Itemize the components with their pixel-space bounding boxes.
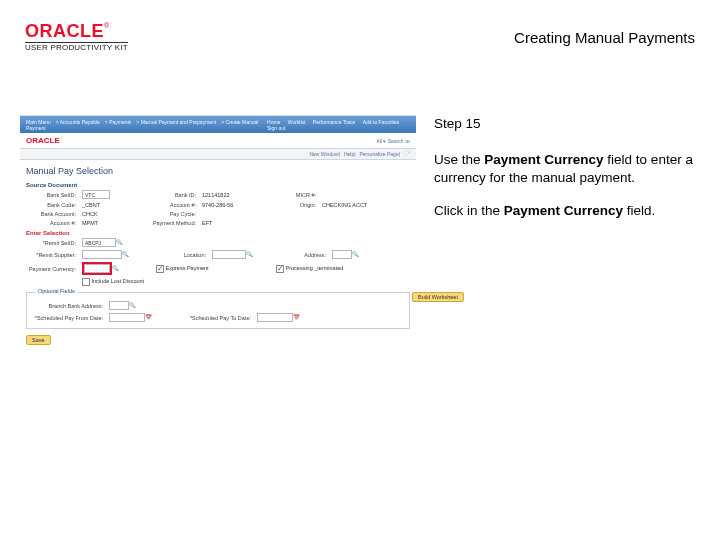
- chk-include-lost[interactable]: [82, 278, 90, 286]
- app-subheader: ORACLE All ▾ Search ≫: [20, 133, 416, 149]
- build-worksheet-button[interactable]: Build Worksheet: [412, 292, 464, 302]
- inp-branch[interactable]: [109, 301, 129, 310]
- chk-express[interactable]: [156, 265, 164, 273]
- val-account-num: 9740-286-56: [202, 202, 262, 208]
- bottom-actions: Save: [26, 335, 410, 345]
- val-account-desc: MPMT: [82, 220, 142, 226]
- inp-payment-currency[interactable]: [84, 264, 110, 273]
- page-icon[interactable]: 📄: [404, 151, 410, 157]
- val-bank-id: 121141822: [202, 192, 262, 198]
- lbl-mcr: MICR #:: [266, 192, 318, 198]
- lbl-location: Location:: [156, 252, 208, 258]
- crumb: Main Menu: [26, 119, 51, 125]
- inp-sched-to[interactable]: [257, 313, 293, 322]
- global-links: Home Worklist Performance Trace Add to F…: [261, 119, 410, 131]
- lbl-sched-from: *Scheduled Pay From Date:: [33, 315, 105, 321]
- optional-panel: Optional Fields Branch Bank Address: 🔍 *…: [26, 292, 410, 329]
- optional-fields: Branch Bank Address: 🔍 *Scheduled Pay Fr…: [33, 301, 403, 322]
- inp-bank-setid[interactable]: VTC: [82, 190, 110, 199]
- link-worklist[interactable]: Worklist: [288, 119, 306, 125]
- lbl-remit-setid: *Remit SetID:: [26, 240, 78, 246]
- link-signout[interactable]: Sign out: [267, 125, 285, 131]
- link-new-window[interactable]: New Window: [309, 151, 338, 157]
- lbl-include-lost: Include Lost Discount: [92, 278, 145, 284]
- page-title: Manual Pay Selection: [26, 166, 410, 176]
- search-area[interactable]: All ▾ Search ≫: [376, 138, 410, 144]
- section-enter: Enter Selection: [26, 230, 410, 236]
- oracle-logo-small: ORACLE: [26, 136, 60, 145]
- lbl-origin: Origin:: [266, 202, 318, 208]
- crumb: Payments: [109, 119, 131, 125]
- product-name: USER PRODUCTIVITY KIT: [25, 42, 128, 52]
- page-header: ORACLE® USER PRODUCTIVITY KIT Creating M…: [0, 18, 720, 56]
- app-screenshot: Main Menu> Accounts Payable> Payments> M…: [20, 115, 416, 349]
- breadcrumb: Main Menu> Accounts Payable> Payments> M…: [26, 119, 261, 131]
- lbl-account-num: Account #:: [146, 202, 198, 208]
- instruction-1: Use the Payment Currency field to enter …: [434, 151, 695, 187]
- lbl-payment-currency: Payment Currency:: [26, 266, 78, 272]
- inp-sched-from[interactable]: [109, 313, 145, 322]
- app-body: Manual Pay Selection Source Document Ban…: [20, 160, 416, 349]
- page-toolbar: New Window| Help| Personalize Page| 📄: [20, 149, 416, 160]
- val-pay-method: EFT: [202, 220, 262, 226]
- enter-fields: *Remit SetID: ABCPJ🔍 *Remit Supplier: 🔍 …: [26, 238, 410, 286]
- link-favorites[interactable]: Add to Favorites: [363, 119, 399, 125]
- trademark: ®: [104, 22, 109, 29]
- link-personalize[interactable]: Personalize Page: [359, 151, 398, 157]
- brand-block: ORACLE® USER PRODUCTIVITY KIT: [25, 22, 128, 52]
- content-row: Main Menu> Accounts Payable> Payments> M…: [20, 115, 695, 349]
- lbl-processing: Processing _terminated: [286, 265, 344, 271]
- inp-remit-supplier[interactable]: [82, 250, 122, 259]
- oracle-logo: ORACLE: [25, 21, 104, 41]
- lbl-bank-account: Bank Account:: [26, 211, 78, 217]
- section-optional: Optional Fields: [35, 288, 78, 294]
- lbl-bank-code: Bank Code:: [26, 202, 78, 208]
- link-perf-trace[interactable]: Performance Trace: [313, 119, 356, 125]
- crumb: Manual Payment and Prepayment: [141, 119, 217, 125]
- lbl-pay-cycle: Pay Cycle:: [146, 211, 198, 217]
- lbl-sched-to: *Scheduled Pay To Date:: [163, 315, 253, 321]
- lbl-express: Express Payment: [166, 265, 209, 271]
- lbl-bank-setid: Bank SetID:: [26, 192, 78, 198]
- val-origin: CHECKING ACCT: [322, 202, 382, 208]
- inp-location[interactable]: [212, 250, 246, 259]
- link-help[interactable]: Help: [344, 151, 354, 157]
- lbl-branch: Branch Bank Address:: [33, 303, 105, 309]
- inp-remit-setid[interactable]: ABCPJ: [82, 238, 116, 247]
- link-home[interactable]: Home: [267, 119, 280, 125]
- inp-address[interactable]: [332, 250, 352, 259]
- highlight-payment-currency: [82, 262, 112, 275]
- app-breadcrumb-bar: Main Menu> Accounts Payable> Payments> M…: [20, 116, 416, 133]
- crumb: Accounts Payable: [60, 119, 100, 125]
- source-fields: Bank SetID: VTC Bank ID: 121141822 MICR …: [26, 190, 410, 226]
- document-title: Creating Manual Payments: [514, 29, 695, 46]
- step-label: Step 15: [434, 115, 695, 133]
- instruction-panel: Step 15 Use the Payment Currency field t…: [434, 115, 695, 349]
- section-source: Source Document: [26, 182, 410, 188]
- lbl-bank-id: Bank ID:: [146, 192, 198, 198]
- lbl-remit-supplier: *Remit Supplier:: [26, 252, 78, 258]
- lbl-pay-method: Payment Method:: [146, 220, 198, 226]
- val-bank-code: _CBNT: [82, 202, 142, 208]
- lbl-address: Address:: [276, 252, 328, 258]
- instruction-2: Click in the Payment Currency field.: [434, 202, 695, 220]
- val-bank-account: CHCK: [82, 211, 142, 217]
- save-button[interactable]: Save: [26, 335, 51, 345]
- chk-processing[interactable]: [276, 265, 284, 273]
- lbl-account-desc: Account #:: [26, 220, 78, 226]
